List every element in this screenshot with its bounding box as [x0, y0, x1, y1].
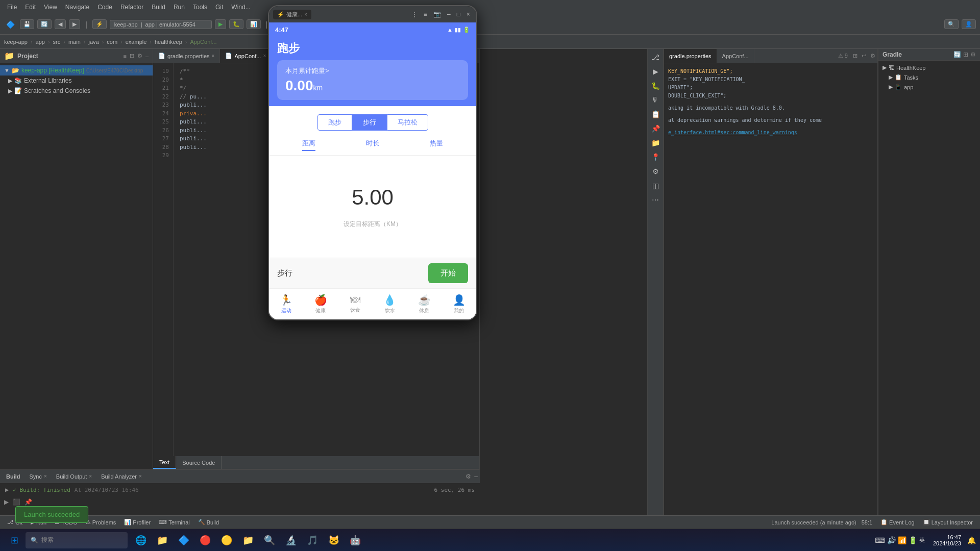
mic-icon[interactable]: 🎙 — [648, 94, 663, 106]
phone-hamburger-icon[interactable]: ≡ — [422, 10, 429, 19]
scroll-icon[interactable]: 📌 — [24, 498, 32, 506]
build-analyzer-tab[interactable]: Build Analyzer × — [97, 473, 146, 480]
run-icon[interactable]: ▶ — [648, 65, 663, 78]
tree-item-external-libs[interactable]: ▶ 📚 External Libraries — [0, 76, 153, 86]
status-build[interactable]: 🔨 Build — [195, 519, 222, 525]
file-icon[interactable]: 📁 — [648, 137, 663, 149]
nav-exercise[interactable]: 🏃 运动 — [274, 292, 299, 316]
appconf-tab-close[interactable]: × — [263, 53, 266, 59]
menu-view[interactable]: View — [41, 3, 60, 12]
debug-btn[interactable]: 🐛 — [229, 19, 243, 29]
tree-item-scratches[interactable]: ▶ 📝 Scratches and Consoles — [0, 86, 153, 96]
breadcrumb-app[interactable]: app — [36, 39, 45, 45]
build-toggle-icon[interactable]: ▶ — [5, 486, 9, 493]
wrap-icon[interactable]: ↩ — [860, 53, 868, 59]
tab-gradle[interactable]: 📄 gradle.properties × — [153, 49, 220, 63]
gradle-settings-icon[interactable]: ⚙ — [970, 51, 976, 58]
tab-running[interactable]: 跑步 — [317, 114, 352, 131]
phone-maximize-icon[interactable]: □ — [455, 10, 462, 19]
output-tab-gradle[interactable]: gradle.properties — [664, 49, 717, 63]
text-tab[interactable]: Text — [153, 456, 176, 469]
gradle-refresh-icon[interactable]: 🔄 — [953, 51, 961, 58]
build-options-btn[interactable]: ⚡ — [92, 19, 107, 29]
profile-btn[interactable]: 📊 — [247, 19, 261, 29]
nav-rest[interactable]: ☕ 休息 — [411, 292, 437, 316]
sidebar-settings-icon[interactable]: ⚙ — [137, 53, 142, 59]
phone-more-icon[interactable]: ⋮ — [409, 10, 420, 19]
menu-file[interactable]: File — [4, 3, 20, 12]
build-minimize-icon[interactable]: – — [474, 473, 478, 480]
gradle-tab-close[interactable]: × — [212, 53, 215, 59]
tray-icon-1[interactable]: ⌨ — [875, 536, 885, 544]
output-settings-icon[interactable]: ⚙ — [868, 53, 877, 59]
taskbar-app-chrome[interactable]: 🔴 — [195, 531, 215, 549]
tab-appconf[interactable]: 📄 AppConf... × — [220, 49, 272, 63]
taskbar-app-2[interactable]: 📁 — [152, 531, 173, 549]
tray-icon-3[interactable]: 📶 — [898, 536, 906, 544]
gradle-item-tasks[interactable]: ▶ 📋 Tasks — [878, 72, 980, 82]
nav-health[interactable]: 🍎 健康 — [308, 292, 333, 316]
taskbar-app-5[interactable]: 🔍 — [259, 531, 280, 549]
output-link[interactable]: e_interface.html#sec:command_line_warnin… — [668, 129, 873, 137]
copy-icon[interactable]: 📋 — [648, 108, 663, 120]
breadcrumb-example[interactable]: example — [126, 39, 147, 45]
menu-edit[interactable]: Edit — [22, 3, 39, 12]
data-tab-distance[interactable]: 距离 — [302, 139, 315, 151]
start-button-taskbar[interactable]: ⊞ — [4, 531, 24, 549]
status-layout-inspector[interactable]: 🔲 Layout Inspector — [920, 519, 976, 525]
profile-user-btn[interactable]: 👤 — [962, 19, 976, 29]
phone-tab-close[interactable]: × — [304, 12, 307, 17]
breadcrumb-file[interactable]: AppConf... — [190, 39, 217, 45]
sync-tab[interactable]: Sync × — [26, 473, 51, 480]
taskbar-app-8[interactable]: 🐱 — [324, 531, 344, 549]
menu-run[interactable]: Run — [170, 3, 188, 12]
output-tab-appconf[interactable]: AppConf... — [717, 49, 754, 63]
forward-btn[interactable]: ▶ — [69, 19, 80, 29]
expand-output-icon[interactable]: ⊞ — [851, 53, 860, 59]
status-terminal[interactable]: ⌨ Terminal — [156, 519, 193, 525]
taskbar-search[interactable]: 🔍 搜索 — [26, 532, 128, 548]
menu-tools[interactable]: Tools — [190, 3, 210, 12]
gradle-expand-icon[interactable]: ⊞ — [963, 51, 968, 58]
sync-btn[interactable]: 🔄 — [37, 19, 52, 29]
taskbar-app-4[interactable]: 📁 — [238, 531, 258, 549]
debug-strip-icon[interactable]: 🐛 — [648, 80, 663, 92]
settings2-icon[interactable]: ⚙ — [648, 165, 663, 178]
back-btn[interactable]: ◀ — [55, 19, 66, 29]
nav-water[interactable]: 💧 饮水 — [377, 292, 403, 316]
taskbar-app-android[interactable]: 🤖 — [345, 531, 365, 549]
phone-minimize-icon[interactable]: – — [445, 10, 453, 19]
menu-window[interactable]: Wind... — [228, 3, 253, 12]
run-icon2[interactable]: ▶ — [4, 498, 9, 506]
menu-code[interactable]: Code — [94, 3, 115, 12]
taskbar-clock[interactable]: 16:47 2024/10/23 — [930, 534, 964, 546]
taskbar-app-7[interactable]: 🎵 — [302, 531, 323, 549]
breadcrumb-healthkeep[interactable]: healthkeep — [155, 39, 182, 45]
breadcrumb-keepapp[interactable]: keep-app — [4, 39, 28, 45]
status-event-log[interactable]: 📋 Event Log — [877, 519, 918, 525]
notifications-icon[interactable]: 🔔 — [967, 536, 976, 544]
sidebar-more-icon[interactable]: ≡ — [123, 53, 126, 59]
sidebar-options-icon[interactable]: ⊞ — [130, 53, 134, 59]
source-code-tab[interactable]: Source Code — [176, 456, 222, 469]
tab-marathon[interactable]: 马拉松 — [387, 114, 428, 131]
git-icon[interactable]: ⎇ — [648, 51, 663, 63]
menu-git[interactable]: Git — [212, 3, 226, 12]
status-profiler[interactable]: 📊 Profiler — [121, 519, 154, 525]
taskbar-app-edge[interactable]: 🔷 — [174, 531, 194, 549]
phone-close-icon[interactable]: × — [464, 10, 472, 19]
phone-camera-icon[interactable]: 📷 — [431, 10, 443, 19]
tab-walking[interactable]: 步行 — [352, 114, 387, 131]
save-btn[interactable]: 💾 — [20, 19, 34, 29]
gradle-item-healthkeep[interactable]: ▶ 🏗 HealthKeep — [878, 63, 980, 72]
app-selector[interactable]: keep-app | app | emulator-5554 — [110, 20, 212, 29]
taskbar-app-3[interactable]: 🟡 — [216, 531, 237, 549]
panel-icon[interactable]: ◫ — [648, 180, 663, 192]
start-button[interactable]: 开始 — [428, 263, 468, 283]
build-analyzer-close-icon[interactable]: × — [139, 473, 142, 479]
tray-icon-2[interactable]: 🔊 — [887, 536, 896, 544]
stop-icon[interactable]: ⬛ — [13, 498, 20, 506]
taskbar-app-6[interactable]: 🔬 — [281, 531, 301, 549]
status-line-col[interactable]: 58:1 — [859, 519, 875, 525]
build-output-close-icon[interactable]: × — [89, 473, 92, 479]
